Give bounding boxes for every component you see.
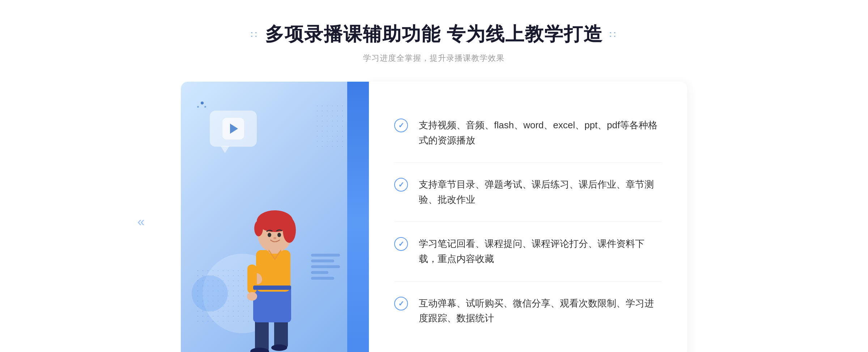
subtitle: 学习进度全掌握，提升录播课教学效果 [363,53,505,64]
chat-bubble [210,111,257,147]
play-icon-circle [222,118,244,139]
check-icon-4: ✓ [394,297,408,310]
feature-text-2: 支持章节目录、弹题考试、课后练习、课后作业、章节测验、批改作业 [419,177,662,207]
feature-item-1: ✓支持视频、音频、flash、word、excel、ppt、pdf等各种格式的资… [394,103,662,163]
page-container: ∷ 多项录播课辅助功能 专为线上教学打造 ∷ 学习进度全掌握，提升录播课教学效果… [0,0,868,352]
sparkle-dot-1 [201,102,204,104]
check-icon-3: ✓ [394,237,408,251]
chevron-left-icon: « [137,214,145,229]
feature-item-3: ✓学习笔记回看、课程提问、课程评论打分、课件资料下载，重点内容收藏 [394,222,662,281]
right-panel: ✓支持视频、音频、flash、word、excel、ppt、pdf等各种格式的资… [369,82,687,352]
check-mark-4: ✓ [398,300,404,307]
check-mark-1: ✓ [398,122,404,129]
svg-rect-2 [274,319,288,348]
check-icon-2: ✓ [394,178,408,192]
svg-point-10 [283,218,296,243]
character-figure [217,174,333,352]
content-area: « [181,82,687,352]
feature-text-4: 互动弹幕、试听购买、微信分享、观看次数限制、学习进度跟踪、数据统计 [419,296,662,326]
feature-text-1: 支持视频、音频、flash、word、excel、ppt、pdf等各种格式的资源… [419,118,662,148]
svg-point-4 [271,344,287,351]
svg-point-14 [273,237,276,239]
features-container: ✓支持视频、音频、flash、word、excel、ppt、pdf等各种格式的资… [394,103,662,340]
main-title: 多项录播课辅助功能 专为线上教学打造 [265,22,603,47]
svg-point-19 [247,292,257,301]
title-dots-left: ∷ [251,29,259,40]
left-chevrons: « [137,214,145,229]
blue-accent-bar [347,82,369,352]
feature-item-4: ✓互动弹幕、试听购买、微信分享、观看次数限制、学习进度跟踪、数据统计 [394,282,662,340]
feature-item-2: ✓支持章节目录、弹题考试、课后练习、课后作业、章节测验、批改作业 [394,163,662,222]
svg-rect-1 [255,319,269,351]
left-illustration [181,82,369,352]
svg-point-12 [268,233,271,237]
svg-point-11 [254,220,263,236]
check-mark-2: ✓ [398,181,404,188]
feature-text-3: 学习笔记回看、课程提问、课程评论打分、课件资料下载，重点内容收藏 [419,236,662,266]
svg-point-13 [277,233,281,237]
check-mark-3: ✓ [398,240,404,248]
sparkle-dot-3 [204,106,206,108]
svg-rect-20 [253,286,291,290]
title-dots-right: ∷ [609,29,617,40]
title-row: ∷ 多项录播课辅助功能 专为线上教学打造 ∷ [251,22,617,47]
play-triangle-icon [230,124,238,134]
check-icon-1: ✓ [394,119,408,132]
sparkle-dot-2 [197,106,199,108]
header-section: ∷ 多项录播课辅助功能 专为线上教学打造 ∷ 学习进度全掌握，提升录播课教学效果 [251,22,617,64]
